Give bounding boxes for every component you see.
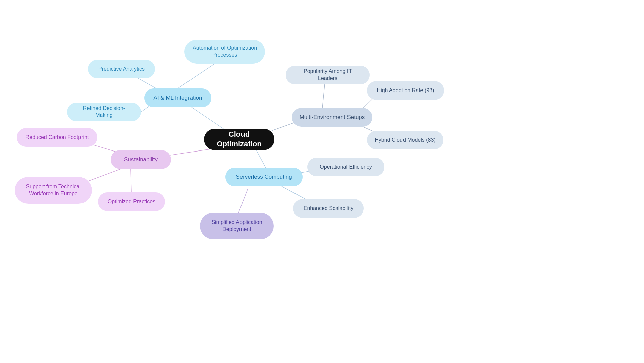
svg-line-9 xyxy=(238,188,248,214)
sustainability-node: Sustainability xyxy=(111,150,171,169)
predictive-node: Predictive Analytics xyxy=(88,60,155,78)
popularity-node: Popularity Among IT Leaders xyxy=(286,66,370,84)
svg-line-7 xyxy=(131,169,131,192)
hybrid-cloud-node: Hybrid Cloud Models (83) xyxy=(367,131,443,149)
scalability-node: Enhanced Scalability xyxy=(293,199,364,218)
operational-node: Operational Efficiency xyxy=(307,158,384,176)
ai-ml-node: AI & ML Integration xyxy=(144,88,211,107)
serverless-node: Serverless Computing xyxy=(225,168,303,186)
optimized-node: Optimized Practices xyxy=(98,192,165,211)
center-node: Cloud Optimization xyxy=(204,129,274,150)
multi-env-node: Multi-Environment Setups xyxy=(292,108,372,127)
carbon-node: Reduced Carbon Footprint xyxy=(17,128,97,147)
high-adoption-node: High Adoption Rate (93) xyxy=(367,81,444,100)
automation-node: Automation of Optimization Processes xyxy=(184,40,265,64)
workforce-node: Support from Technical Workforce in Euro… xyxy=(15,177,92,204)
simplified-node: Simplified Application Deployment xyxy=(200,213,274,239)
refined-node: Refined Decision-Making xyxy=(67,103,141,121)
svg-line-8 xyxy=(255,147,267,170)
